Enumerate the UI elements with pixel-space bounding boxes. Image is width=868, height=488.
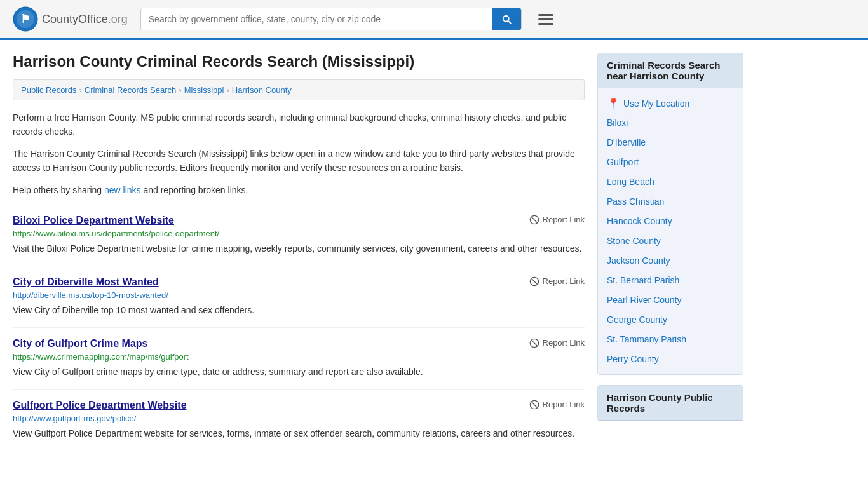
report-icon [529,400,539,410]
result-description: View Gulfport Police Department website … [13,427,585,440]
svg-line-10 [531,402,537,407]
breadcrumb-public-records[interactable]: Public Records [21,85,76,95]
nearby-link[interactable]: Pearl River County [598,290,743,310]
nearby-link[interactable]: Hancock County [598,212,743,231]
public-records-box-title: Harrison County Public Records [598,386,743,421]
result-description: View City of Gulfport crime maps by crim… [13,365,585,379]
nearby-link[interactable]: Perry County [598,349,743,369]
description-3: Help others by sharing new links and rep… [13,183,585,197]
nearby-link[interactable]: St. Bernard Parish [598,271,743,290]
nearby-box-content: 📍 Use My Location BiloxiD'IbervilleGulfp… [598,88,743,374]
breadcrumb: Public Records › Criminal Records Search… [13,79,585,100]
breadcrumb-sep: › [179,85,181,95]
nearby-links-container: BiloxiD'IbervilleGulfportLong BeachPass … [598,113,743,369]
svg-text:⚑: ⚑ [20,13,31,25]
result-description: Visit the Biloxi Police Department websi… [13,242,585,255]
hamburger-line [538,18,553,20]
nearby-link[interactable]: Long Beach [598,172,743,192]
nearby-link[interactable]: Pass Christian [598,192,743,212]
report-link[interactable]: Report Link [529,276,585,287]
nearby-box: Criminal Records Search near Harrison Co… [597,53,743,375]
breadcrumb-sep: › [226,85,229,95]
result-description: View City of Diberville top 10 most want… [13,304,585,317]
results-container: Biloxi Police Department Website Report … [13,205,585,451]
content-area: Harrison County Criminal Records Search … [13,53,585,451]
search-input[interactable] [141,8,492,30]
nearby-link[interactable]: Jackson County [598,251,743,271]
search-button[interactable] [492,8,521,30]
result-url[interactable]: https://www.biloxi.ms.us/departments/pol… [13,229,585,238]
hamburger-line [538,14,553,16]
new-links-link[interactable]: new links [104,185,141,195]
result-title[interactable]: Gulfport Police Department Website [13,400,187,411]
report-icon [529,338,539,348]
result-card: Gulfport Police Department Website Repor… [13,390,585,451]
result-url[interactable]: http://www.gulfport-ms.gov/police/ [13,414,585,423]
nearby-box-title: Criminal Records Search near Harrison Co… [598,53,743,88]
logo-icon: ⚑ [13,6,38,32]
main-container: Harrison County Criminal Records Search … [0,40,868,464]
search-bar [140,8,522,30]
nearby-link[interactable]: St. Tammany Parish [598,330,743,349]
nearby-link[interactable]: Stone County [598,231,743,251]
report-link[interactable]: Report Link [529,338,585,348]
breadcrumb-mississippi[interactable]: Mississippi [184,85,224,95]
pin-icon: 📍 [607,97,620,109]
breadcrumb-sep: › [79,85,81,95]
report-icon [529,276,539,287]
svg-line-6 [531,278,537,284]
report-link[interactable]: Report Link [529,400,585,410]
result-card: Biloxi Police Department Website Report … [13,205,585,266]
public-records-box: Harrison County Public Records [597,385,743,421]
hamburger-line [538,23,553,25]
result-header: City of Gulfport Crime Maps Report Link [13,338,585,349]
description-1: Perform a free Harrison County, MS publi… [13,111,585,139]
result-url[interactable]: http://diberville.ms.us/top-10-most-want… [13,290,585,300]
result-url[interactable]: https://www.crimemapping.com/map/ms/gulf… [13,352,585,362]
page-title: Harrison County Criminal Records Search … [13,53,585,71]
nearby-link[interactable]: George County [598,310,743,330]
breadcrumb-criminal-records[interactable]: Criminal Records Search [85,85,177,95]
result-header: Gulfport Police Department Website Repor… [13,400,585,411]
result-card: City of Gulfport Crime Maps Report Link … [13,328,585,390]
svg-line-8 [531,340,537,346]
description-2: The Harrison County Criminal Records Sea… [13,147,585,175]
result-title[interactable]: City of Diberville Most Wanted [13,276,159,288]
use-my-location[interactable]: 📍 Use My Location [598,93,743,113]
logo-link[interactable]: ⚑ CountyOffice.org [13,6,128,32]
breadcrumb-harrison-county[interactable]: Harrison County [232,85,292,95]
result-card: City of Diberville Most Wanted Report Li… [13,266,585,328]
nearby-link[interactable]: Biloxi [598,113,743,133]
search-icon [501,13,512,25]
result-header: Biloxi Police Department Website Report … [13,215,585,226]
sidebar: Criminal Records Search near Harrison Co… [597,53,743,451]
report-icon [529,215,539,225]
result-title[interactable]: Biloxi Police Department Website [13,215,174,226]
nearby-link[interactable]: Gulfport [598,152,743,172]
logo-text: CountyOffice.org [42,13,128,26]
result-header: City of Diberville Most Wanted Report Li… [13,276,585,288]
svg-line-4 [531,217,537,222]
hamburger-menu-button[interactable] [534,10,557,29]
site-header: ⚑ CountyOffice.org [0,0,868,40]
result-title[interactable]: City of Gulfport Crime Maps [13,338,147,349]
use-my-location-label: Use My Location [623,98,689,109]
report-link[interactable]: Report Link [529,215,585,225]
nearby-link[interactable]: D'Iberville [598,133,743,152]
